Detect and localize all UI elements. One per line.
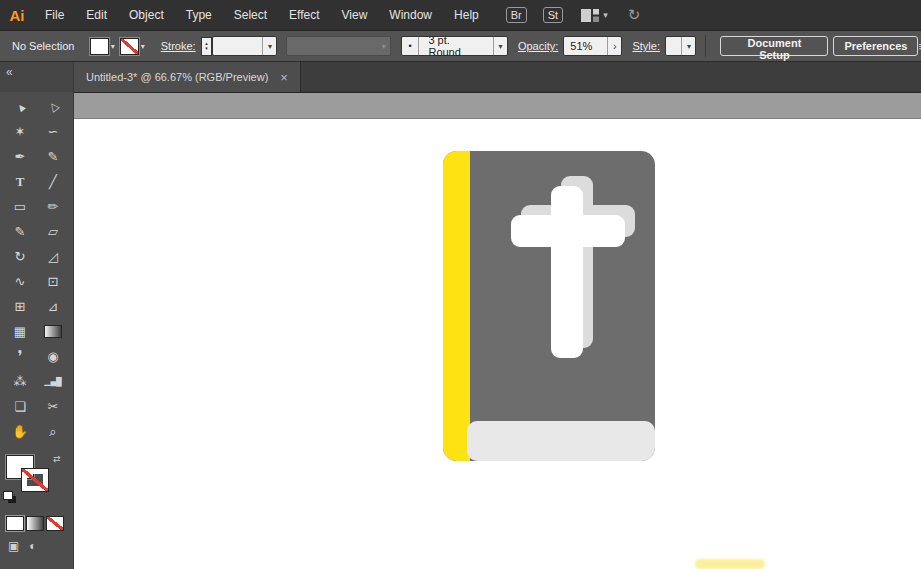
- bible-pages: [467, 421, 655, 461]
- workspace-icon: [581, 9, 599, 22]
- menu-select[interactable]: Select: [223, 0, 278, 30]
- close-tab-icon[interactable]: ×: [280, 70, 288, 85]
- menu-edit[interactable]: Edit: [75, 0, 118, 30]
- chevron-down-icon: ▾: [382, 42, 386, 51]
- chevron-right-icon: ›: [607, 37, 621, 55]
- menu-window[interactable]: Window: [378, 0, 443, 30]
- symbol-sprayer-tool[interactable]: ⁂: [4, 369, 37, 394]
- column-graph-tool[interactable]: ▁▄█: [37, 369, 70, 394]
- curvature-tool[interactable]: ✎: [37, 144, 70, 169]
- menu-help[interactable]: Help: [443, 0, 490, 30]
- brush-preview-icon: •: [402, 37, 420, 55]
- separator: [705, 35, 706, 57]
- canvas-area[interactable]: [74, 92, 921, 569]
- chevron-down-icon: ▾: [681, 37, 695, 55]
- rotate-tool[interactable]: ↻: [4, 244, 37, 269]
- tools-panel: « ▲△✶∽✒✎T╱▭✏✎▱↻◿∿⊡⊞⊿▦❜◉⁂▁▄█❏✂✋⌕ ⇄ ▣ ◐: [0, 62, 74, 569]
- bible-artwork[interactable]: [443, 151, 655, 461]
- screen-mode-button[interactable]: ◐: [29, 539, 36, 553]
- partial-watermark: [695, 559, 765, 569]
- collapse-panel-button[interactable]: «: [6, 65, 13, 79]
- perspective-grid-tool[interactable]: ⊿: [37, 294, 70, 319]
- brush-value: 3 pt. Round: [419, 34, 493, 58]
- gradient-button[interactable]: [27, 517, 43, 530]
- type-tool[interactable]: T: [4, 169, 37, 194]
- stroke-color-picker[interactable]: ▾: [121, 39, 145, 54]
- document-setup-button[interactable]: Document Setup: [720, 36, 828, 56]
- scale-tool[interactable]: ◿: [37, 244, 70, 269]
- stroke-none-swatch-icon: [121, 39, 138, 54]
- shape-builder-tool[interactable]: ⊞: [4, 294, 37, 319]
- cross-vertical: [551, 186, 583, 358]
- swap-fill-stroke-icon[interactable]: ⇄: [53, 454, 61, 464]
- slice-tool[interactable]: ✂: [37, 394, 70, 419]
- opacity-value: 51%: [570, 40, 592, 52]
- style-combo[interactable]: ▾: [665, 36, 697, 56]
- control-bar: No Selection ▾ ▾ Stroke: ▴ ▾ ▾ ▾ • 3 pt.…: [0, 30, 921, 62]
- pencil-tool[interactable]: ✎: [4, 219, 37, 244]
- mode-buttons: ▣ ◐: [0, 539, 73, 553]
- stroke-weight-stepper[interactable]: ▴ ▾: [201, 37, 213, 56]
- brush-combo[interactable]: • 3 pt. Round ▾: [401, 36, 508, 56]
- menu-effect[interactable]: Effect: [278, 0, 330, 30]
- color-button[interactable]: [7, 517, 23, 530]
- stroke-weight-combo[interactable]: ▾: [212, 36, 277, 56]
- chevron-down-icon: ▾: [603, 10, 608, 20]
- workspace-switcher[interactable]: ▾: [581, 9, 608, 22]
- chevron-down-icon: ▾: [493, 37, 507, 55]
- menu-view[interactable]: View: [331, 0, 379, 30]
- drawing-mode-button[interactable]: ▣: [8, 539, 19, 553]
- bible-cover: [443, 151, 655, 461]
- eyedropper-tool[interactable]: ❜: [4, 344, 37, 369]
- preferences-button[interactable]: Preferences: [833, 36, 918, 56]
- stroke-panel-link[interactable]: Stroke:: [161, 40, 196, 52]
- hand-tool[interactable]: ✋: [4, 419, 37, 444]
- cross-horizontal: [511, 215, 625, 247]
- illustrator-window: Ai File Edit Object Type Select Effect V…: [0, 0, 921, 569]
- chevron-down-icon: ▾: [141, 42, 145, 51]
- artboard-tool[interactable]: ❏: [4, 394, 37, 419]
- bridge-button[interactable]: Br: [506, 7, 527, 23]
- tool-grid: ▲△✶∽✒✎T╱▭✏✎▱↻◿∿⊡⊞⊿▦❜◉⁂▁▄█❏✂✋⌕: [0, 92, 73, 444]
- document-area: Untitled-3* @ 66.67% (RGB/Preview) ×: [74, 62, 921, 569]
- paint-style-buttons: [0, 517, 73, 530]
- none-button[interactable]: [47, 517, 63, 530]
- line-segment-tool[interactable]: ╱: [37, 169, 70, 194]
- menu-file[interactable]: File: [34, 0, 75, 30]
- opacity-panel-link[interactable]: Opacity:: [518, 40, 558, 52]
- gradient-tool[interactable]: [37, 319, 70, 344]
- width-tool[interactable]: ∿: [4, 269, 37, 294]
- fill-stroke-controls: ⇄: [0, 454, 73, 508]
- brush-definition-combo: ▾: [286, 36, 390, 56]
- app-logo[interactable]: Ai: [0, 0, 34, 30]
- fill-swatch-icon: [91, 39, 108, 54]
- bible-spine: [443, 151, 470, 461]
- fill-color-picker[interactable]: ▾: [91, 39, 115, 54]
- free-transform-tool[interactable]: ⊡: [37, 269, 70, 294]
- chevron-down-icon: ▾: [111, 42, 115, 51]
- mesh-tool[interactable]: ▦: [4, 319, 37, 344]
- opacity-combo[interactable]: 51% ›: [563, 36, 622, 56]
- pen-tool[interactable]: ✒: [4, 144, 37, 169]
- document-tab-title: Untitled-3* @ 66.67% (RGB/Preview): [86, 71, 268, 83]
- stroke-swatch[interactable]: [22, 469, 48, 491]
- paintbrush-tool[interactable]: ✏: [37, 194, 70, 219]
- document-tab-bar: Untitled-3* @ 66.67% (RGB/Preview) ×: [74, 62, 921, 92]
- zoom-tool[interactable]: ⌕: [37, 419, 70, 444]
- stock-button[interactable]: St: [543, 7, 563, 23]
- cc-sync-icon[interactable]: ↻: [628, 6, 641, 24]
- style-panel-link[interactable]: Style:: [632, 40, 660, 52]
- tools-panel-header: «: [0, 62, 73, 92]
- menu-type[interactable]: Type: [175, 0, 223, 30]
- menu-bar: Ai File Edit Object Type Select Effect V…: [0, 0, 921, 30]
- selection-status: No Selection: [12, 40, 91, 52]
- rectangle-tool[interactable]: ▭: [4, 194, 37, 219]
- default-fill-stroke-icon[interactable]: [4, 492, 12, 499]
- menu-object[interactable]: Object: [118, 0, 175, 30]
- chevron-down-icon: ▾: [262, 37, 276, 55]
- eraser-tool[interactable]: ▱: [37, 219, 70, 244]
- document-tab[interactable]: Untitled-3* @ 66.67% (RGB/Preview) ×: [74, 62, 301, 92]
- stepper-down-icon[interactable]: ▾: [205, 46, 208, 51]
- blend-tool[interactable]: ◉: [37, 344, 70, 369]
